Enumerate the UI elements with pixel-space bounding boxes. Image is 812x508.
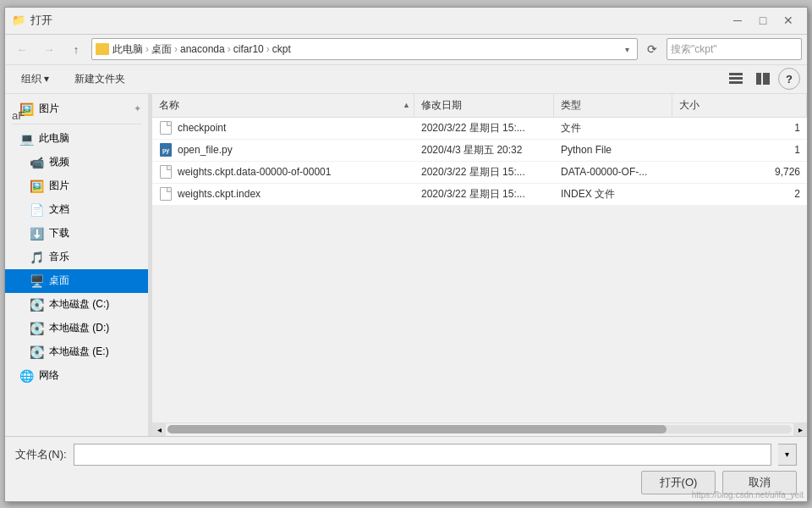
drive-e-icon: 💽	[29, 345, 44, 359]
videos-icon: 📹	[29, 156, 44, 169]
sidebar-item-documents[interactable]: 📄 文档	[5, 198, 148, 222]
forward-button[interactable]: →	[37, 38, 61, 60]
sidebar-item-videos[interactable]: 📹 视频	[5, 151, 148, 174]
network-icon: 🌐	[19, 369, 34, 383]
hscroll-thumb	[167, 425, 667, 433]
cancel-button[interactable]: 取消	[722, 471, 797, 494]
file-type: INDEX 文件	[554, 184, 672, 205]
up-button[interactable]: ↑	[64, 38, 88, 60]
folder-icon	[96, 43, 109, 55]
close-button[interactable]: ✕	[776, 12, 800, 29]
minimize-button[interactable]: ─	[726, 12, 749, 29]
file-date: 2020/3/22 星期日 15:...	[414, 162, 554, 183]
computer-icon: 💻	[19, 132, 34, 146]
sidebar-item-downloads[interactable]: ⬇️ 下载	[5, 222, 148, 246]
col-header-type[interactable]: 类型	[554, 94, 672, 117]
table-row[interactable]: pyopen_file.py2020/4/3 星期五 20:32Python F…	[152, 140, 807, 162]
downloads-icon: ⬇️	[29, 227, 44, 240]
view-button[interactable]	[724, 68, 748, 90]
file-list-area: 名称 ▲ 修改日期 类型 大小 checkpoint2020/3/22 星期日 …	[152, 94, 807, 436]
main-area: 🖼️ 图片 ✦ 💻 此电脑 📹 视频 🖼️ 图片 📄 文档	[5, 94, 807, 436]
svg-rect-4	[763, 73, 770, 85]
file-list-header: 名称 ▲ 修改日期 类型 大小	[152, 94, 807, 118]
pin-icon: ✦	[134, 103, 141, 114]
search-box: 🔍	[667, 38, 802, 60]
list-view-icon	[729, 73, 743, 85]
help-button[interactable]: ?	[778, 68, 800, 90]
hscroll-area: ◂ ▸	[152, 422, 807, 436]
file-date: 2020/3/22 星期日 15:...	[414, 118, 554, 139]
sidebar-item-pictures-pinned[interactable]: 🖼️ 图片 ✦	[5, 97, 148, 121]
file-size: 1	[672, 140, 807, 161]
file-date: 2020/4/3 星期五 20:32	[414, 140, 554, 161]
svg-rect-0	[729, 73, 743, 75]
title-bar: 📁 打开 ─ □ ✕	[5, 8, 807, 35]
breadcrumb: 此电脑 › 桌面 › anaconda › cifar10 › ckpt	[112, 42, 617, 57]
file-list-scroll[interactable]: checkpoint2020/3/22 星期日 15:...文件1pyopen_…	[152, 118, 807, 422]
hscroll-right-button[interactable]: ▸	[793, 422, 807, 436]
file-icon	[159, 187, 173, 201]
back-button[interactable]: ←	[10, 38, 34, 60]
sidebar-item-drive-d[interactable]: 💽 本地磁盘 (D:)	[5, 317, 148, 340]
pane-button[interactable]	[751, 68, 775, 90]
drive-c-icon: 💽	[29, 298, 44, 312]
file-name: weights.ckpt.data-00000-of-00001	[178, 166, 331, 178]
open-dialog: 📁 打开 ─ □ ✕ ← → ↑ 此电脑 › 桌面 › anaconda › c…	[4, 7, 808, 502]
table-row[interactable]: weights.ckpt.data-00000-of-000012020/3/2…	[152, 162, 807, 184]
svg-rect-2	[729, 81, 743, 84]
table-row[interactable]: checkpoint2020/3/22 星期日 15:...文件1	[152, 118, 807, 140]
breadcrumb-item-desktop[interactable]: 桌面	[151, 42, 172, 57]
pane-view-icon	[756, 73, 770, 85]
navigation-toolbar: ← → ↑ 此电脑 › 桌面 › anaconda › cifar10 › ck…	[5, 35, 807, 65]
open-button[interactable]: 打开(O)	[641, 471, 716, 494]
file-icon	[159, 121, 173, 135]
music-icon: 🎵	[29, 251, 44, 264]
hscroll-track[interactable]	[167, 425, 792, 433]
sidebar-item-drive-c[interactable]: 💽 本地磁盘 (C:)	[5, 293, 148, 317]
file-date: 2020/3/22 星期日 15:...	[414, 184, 554, 205]
col-header-size[interactable]: 大小	[672, 94, 807, 117]
col-header-date[interactable]: 修改日期	[414, 94, 554, 117]
drive-d-icon: 💽	[29, 322, 44, 335]
filename-input[interactable]	[74, 444, 771, 466]
breadcrumb-item-ckpt[interactable]: ckpt	[272, 43, 291, 55]
search-button[interactable]: 🔍	[801, 39, 802, 59]
breadcrumb-item-anaconda[interactable]: anaconda	[180, 43, 225, 55]
file-icon	[159, 165, 173, 179]
button-row: 打开(O) 取消	[15, 471, 797, 494]
svg-rect-1	[729, 77, 743, 80]
sidebar-item-network[interactable]: 🌐 网络	[5, 364, 148, 388]
file-name: open_file.py	[178, 144, 233, 156]
title-controls: ─ □ ✕	[726, 12, 800, 29]
breadcrumb-item-cifar10[interactable]: cifar10	[233, 43, 264, 55]
sidebar-item-drive-e[interactable]: 💽 本地磁盘 (E:)	[5, 340, 148, 364]
file-size: 1	[672, 118, 807, 139]
bottom-area: 文件名(N): ▾ 打开(O) 取消	[5, 436, 807, 501]
file-name: checkpoint	[178, 122, 226, 134]
maximize-button[interactable]: □	[751, 12, 775, 29]
sidebar: 🖼️ 图片 ✦ 💻 此电脑 📹 视频 🖼️ 图片 📄 文档	[5, 94, 149, 436]
sidebar-item-music[interactable]: 🎵 音乐	[5, 246, 148, 269]
address-dropdown-button[interactable]: ▾	[620, 40, 634, 58]
organize-toolbar: 组织 ▾ 新建文件夹 ?	[5, 65, 807, 94]
search-input[interactable]	[667, 43, 801, 55]
sort-arrow: ▲	[403, 101, 410, 109]
filename-dropdown-button[interactable]: ▾	[778, 444, 797, 466]
sidebar-item-desktop[interactable]: 🖥️ 桌面	[5, 269, 148, 293]
address-bar: 此电脑 › 桌面 › anaconda › cifar10 › ckpt ▾	[91, 38, 638, 60]
hscroll-left-button[interactable]: ◂	[152, 422, 166, 436]
new-folder-button[interactable]: 新建文件夹	[65, 68, 134, 90]
pictures2-icon: 🖼️	[29, 179, 44, 193]
sidebar-item-computer[interactable]: 💻 此电脑	[5, 127, 148, 151]
filename-row: 文件名(N): ▾	[15, 444, 797, 466]
col-header-name[interactable]: 名称 ▲	[152, 94, 414, 117]
svg-rect-3	[756, 73, 761, 85]
breadcrumb-item-computer[interactable]: 此电脑	[112, 42, 143, 57]
table-row[interactable]: weights.ckpt.index2020/3/22 星期日 15:...IN…	[152, 184, 807, 206]
organize-button[interactable]: 组织 ▾	[12, 68, 58, 90]
sidebar-item-pictures[interactable]: 🖼️ 图片	[5, 174, 148, 198]
file-name: weights.ckpt.index	[178, 188, 261, 200]
refresh-button[interactable]: ⟳	[641, 38, 663, 60]
documents-icon: 📄	[29, 203, 44, 217]
file-icon: py	[159, 143, 173, 157]
